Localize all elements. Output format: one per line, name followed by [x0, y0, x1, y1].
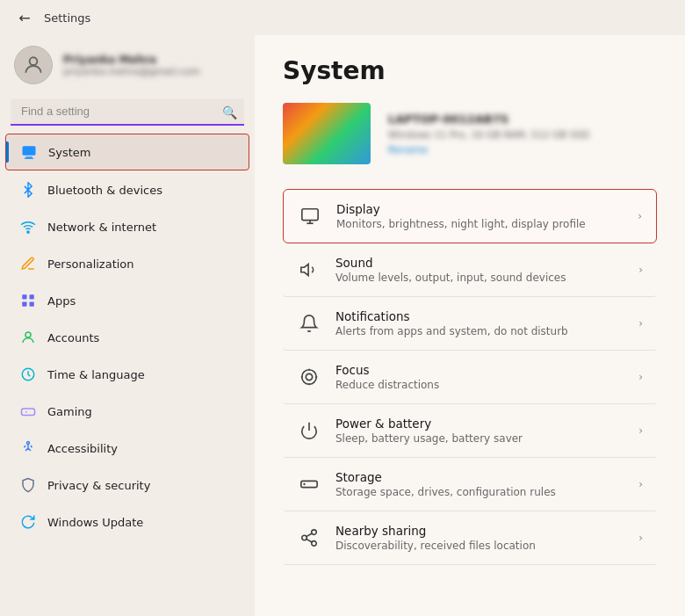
storage-icon: [297, 472, 321, 496]
storage-title: Storage: [335, 470, 556, 484]
nav-accounts-label: Accounts: [47, 331, 99, 344]
svg-rect-5: [22, 294, 26, 299]
notifications-chevron: ›: [638, 317, 643, 330]
display-title: Display: [336, 202, 586, 216]
device-extra-link[interactable]: Rename: [388, 144, 589, 156]
settings-item-sound[interactable]: Sound Volume levels, output, input, soun…: [283, 243, 657, 297]
nav-system-label: System: [48, 146, 90, 159]
nav-apps[interactable]: Apps: [5, 283, 249, 318]
svg-rect-8: [30, 302, 34, 307]
windows-update-icon: [19, 513, 37, 531]
svg-rect-2: [25, 156, 32, 158]
nav-gaming[interactable]: Gaming: [5, 394, 249, 429]
gaming-icon: [19, 402, 37, 420]
app-title: Settings: [44, 11, 90, 25]
svg-point-27: [302, 535, 307, 540]
storage-chevron: ›: [638, 478, 643, 490]
nav-network[interactable]: Network & internet: [5, 209, 249, 244]
focus-title: Focus: [335, 363, 439, 377]
notifications-icon: [297, 311, 321, 336]
nearby-sharing-chevron: ›: [638, 532, 643, 544]
avatar: [14, 46, 53, 84]
user-email: priyanka.mehra@gmail.com: [63, 66, 199, 77]
nav-personalization-label: Personalization: [47, 257, 134, 271]
display-chevron: ›: [638, 210, 642, 222]
settings-item-storage[interactable]: Storage Storage space, drives, configura…: [283, 458, 657, 511]
search-icon: 🔍: [222, 105, 237, 120]
nav-accessibility[interactable]: Accessibility: [5, 431, 249, 466]
svg-line-30: [306, 533, 312, 537]
sound-text: Sound Volume levels, output, input, soun…: [335, 256, 566, 284]
nearby-sharing-title: Nearby sharing: [335, 524, 536, 538]
nav-personalization[interactable]: Personalization: [5, 246, 249, 281]
focus-text: Focus Reduce distractions: [335, 363, 439, 391]
svg-rect-1: [23, 146, 36, 156]
svg-point-4: [27, 231, 29, 233]
svg-rect-11: [22, 409, 35, 416]
display-icon: [298, 204, 322, 228]
nav-time-label: Time & language: [47, 368, 145, 381]
accessibility-icon: [19, 439, 37, 457]
system-icon: [20, 143, 38, 161]
sidebar: Priyanka Mehra priyanka.mehra@gmail.com …: [0, 35, 255, 616]
sound-subtitle: Volume levels, output, input, sound devi…: [335, 272, 566, 284]
power-title: Power & battery: [335, 417, 523, 431]
svg-rect-13: [302, 209, 318, 221]
svg-point-12: [27, 442, 30, 445]
power-text: Power & battery Sleep, battery usage, ba…: [335, 417, 523, 445]
accounts-icon: [19, 329, 37, 346]
nav-bluetooth-label: Bluetooth & devices: [47, 184, 162, 197]
svg-point-0: [30, 57, 38, 65]
nav-bluetooth[interactable]: Bluetooth & devices: [5, 172, 249, 207]
back-button[interactable]: ←: [14, 7, 35, 28]
user-profile[interactable]: Priyanka Mehra priyanka.mehra@gmail.com: [0, 35, 255, 98]
svg-rect-6: [30, 294, 34, 299]
time-icon: [19, 366, 37, 383]
nav-privacy-label: Privacy & security: [47, 479, 150, 492]
nav-accounts[interactable]: Accounts: [5, 320, 249, 355]
privacy-icon: [19, 476, 37, 494]
search-container: 🔍: [11, 98, 244, 126]
svg-marker-16: [301, 265, 308, 276]
nearby-sharing-text: Nearby sharing Discoverability, received…: [335, 524, 536, 552]
settings-item-power[interactable]: Power & battery Sleep, battery usage, ba…: [283, 404, 657, 458]
nav-windows-update[interactable]: Windows Update: [5, 504, 249, 540]
main-layout: Priyanka Mehra priyanka.mehra@gmail.com …: [0, 35, 685, 616]
settings-list: Display Monitors, brightness, night ligh…: [283, 189, 657, 565]
network-icon: [19, 218, 37, 236]
user-info: Priyanka Mehra priyanka.mehra@gmail.com: [63, 54, 199, 77]
nav-time[interactable]: Time & language: [5, 357, 249, 392]
device-details: Windows 11 Pro, 16 GB RAM, 512 GB SSD: [388, 129, 589, 141]
nav-privacy[interactable]: Privacy & security: [5, 467, 249, 503]
storage-subtitle: Storage space, drives, configuration rul…: [335, 486, 556, 498]
storage-text: Storage Storage space, drives, configura…: [335, 470, 556, 498]
device-info: LAPTOP-0012AB7S Windows 11 Pro, 16 GB RA…: [388, 112, 589, 156]
nearby-sharing-icon: [297, 525, 321, 550]
nav-accessibility-label: Accessibility: [47, 442, 118, 455]
notifications-title: Notifications: [335, 309, 568, 323]
settings-item-display[interactable]: Display Monitors, brightness, night ligh…: [283, 189, 657, 243]
svg-point-18: [306, 373, 312, 380]
settings-item-notifications[interactable]: Notifications Alerts from apps and syste…: [283, 297, 657, 351]
sound-icon: [297, 257, 321, 282]
nav-system[interactable]: System: [5, 134, 249, 170]
page-title: System: [283, 56, 657, 85]
nearby-sharing-subtitle: Discoverability, received files location: [335, 540, 536, 552]
nav-network-label: Network & internet: [47, 221, 156, 234]
settings-item-nearby-sharing[interactable]: Nearby sharing Discoverability, received…: [283, 511, 657, 565]
focus-chevron: ›: [638, 371, 643, 383]
search-input[interactable]: [11, 98, 244, 126]
title-bar: ← Settings: [0, 0, 685, 35]
focus-subtitle: Reduce distractions: [335, 379, 439, 391]
device-name: LAPTOP-0012AB7S: [388, 112, 589, 126]
sound-chevron: ›: [638, 264, 643, 276]
personalization-icon: [19, 255, 37, 272]
svg-rect-7: [22, 302, 26, 307]
power-chevron: ›: [638, 424, 643, 437]
svg-rect-3: [25, 158, 34, 159]
svg-point-17: [302, 370, 317, 385]
user-name: Priyanka Mehra: [63, 54, 199, 66]
settings-item-focus[interactable]: Focus Reduce distractions ›: [283, 351, 657, 404]
notifications-subtitle: Alerts from apps and system, do not dist…: [335, 325, 568, 337]
nav-apps-label: Apps: [47, 294, 76, 308]
